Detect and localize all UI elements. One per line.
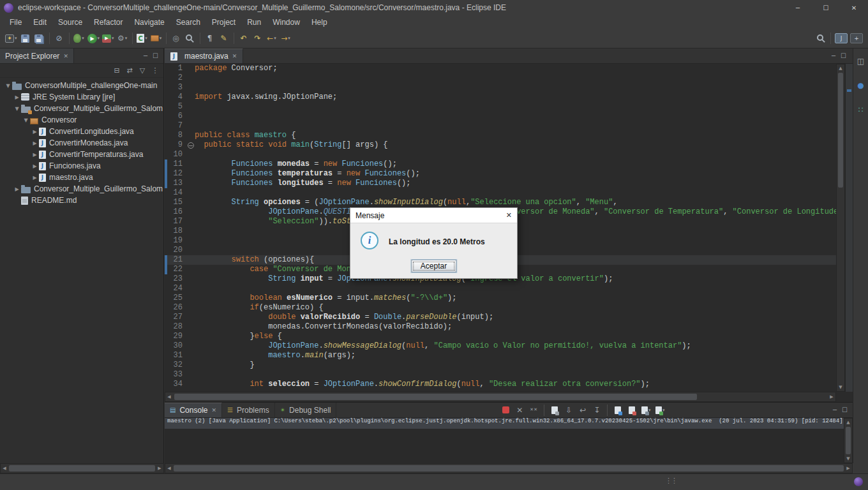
menu-window[interactable]: Window: [267, 17, 306, 28]
menu-source[interactable]: Source: [52, 17, 88, 28]
scroll-left-icon[interactable]: ◀: [165, 464, 173, 473]
minimized-welcome-view-button[interactable]: ●: [854, 78, 868, 93]
tree-item-convertirmonedas-java[interactable]: ▶JConvertirMonedas.java: [0, 137, 163, 149]
fold-marker-icon[interactable]: [186, 140, 195, 150]
save-all-button[interactable]: [33, 31, 47, 46]
minimize-window-button[interactable]: ─: [784, 0, 812, 15]
minimize-view-icon[interactable]: ─: [144, 52, 147, 59]
open-perspective-button[interactable]: +: [849, 31, 864, 46]
scroll-lock-button[interactable]: ⇩: [562, 404, 575, 417]
tab-console[interactable]: ▤Console✕: [165, 403, 222, 417]
maximize-editor-icon[interactable]: ☐: [841, 52, 846, 59]
console-output[interactable]: maestro (2) [Java Application] C:\Users\…: [165, 418, 844, 463]
editor-tab-maestro-java[interactable]: J maestro.java ✕: [165, 48, 243, 63]
view-menu-button[interactable]: ⋮: [149, 65, 161, 77]
menu-run[interactable]: Run: [241, 17, 267, 28]
scroll-left-icon[interactable]: ◀: [165, 392, 173, 401]
tab-debug-shell[interactable]: ✴Debug Shell: [275, 403, 337, 417]
overview-ruler[interactable]: [845, 64, 853, 392]
twisty-icon[interactable]: ▶: [31, 152, 39, 158]
aceptar-button[interactable]: Aceptar: [411, 260, 456, 272]
twisty-icon[interactable]: ▶: [31, 129, 39, 135]
scroll-right-icon[interactable]: ▶: [844, 464, 852, 473]
notifications-icon[interactable]: [854, 477, 863, 486]
scroll-down-icon[interactable]: ▼: [837, 383, 844, 391]
editor-vertical-scrollbar[interactable]: ▲ ▼: [836, 64, 845, 392]
tree-item-conversor-multiple-guillermo-salom[interactable]: ▶Conversor_Multiple_Guillermo_Salom: [0, 183, 163, 195]
tree-item-jre-system-library-jre-[interactable]: ▶JRE System Library [jre]: [0, 91, 163, 103]
close-editor-tab-icon[interactable]: ✕: [232, 53, 237, 59]
twisty-icon[interactable]: ▼: [22, 117, 30, 123]
skip-all-breakpoints-button[interactable]: ⊘: [52, 31, 66, 46]
scroll-right-icon[interactable]: ▶: [156, 464, 163, 473]
open-type-button[interactable]: ◎: [169, 31, 183, 46]
scroll-down-icon[interactable]: ▼: [844, 455, 852, 463]
scroll-up-icon[interactable]: ▲: [844, 419, 852, 426]
next-edit-location-button[interactable]: ↷: [251, 31, 265, 46]
scrollbar-thumb[interactable]: [9, 465, 155, 471]
maximize-view-icon[interactable]: ☐: [153, 52, 158, 59]
sidebar-horizontal-scrollbar[interactable]: ◀ ▶: [0, 463, 164, 473]
show-stdout-button[interactable]: [611, 404, 624, 417]
open-console-button[interactable]: ▾: [654, 404, 666, 417]
twisty-icon[interactable]: ▶: [13, 186, 21, 192]
close-window-button[interactable]: ✕: [840, 0, 868, 15]
menu-file[interactable]: File: [4, 17, 27, 28]
twisty-icon[interactable]: ▶: [31, 175, 39, 181]
new-java-package-button[interactable]: ▾: [149, 31, 163, 46]
tree-item-readme-md[interactable]: README.md: [0, 195, 163, 206]
quick-search-button[interactable]: [814, 31, 828, 46]
scrollbar-thumb[interactable]: [174, 465, 844, 471]
word-wrap-button[interactable]: ↩: [576, 404, 589, 417]
scrollbar-thumb[interactable]: [838, 73, 843, 188]
save-button[interactable]: [19, 31, 33, 46]
tree-item-convertirlongitudes-java[interactable]: ▶JConvertirLongitudes.java: [0, 126, 163, 137]
twisty-icon[interactable]: ▶: [13, 94, 21, 100]
collapse-all-button[interactable]: ⊟: [111, 65, 123, 77]
minimize-console-icon[interactable]: ─: [833, 406, 837, 413]
tree-item-conversor[interactable]: ▼Conversor: [0, 114, 163, 126]
console-horizontal-scrollbar[interactable]: ◀ ▶: [165, 463, 853, 473]
tab-problems[interactable]: ☰Problems: [222, 403, 275, 417]
twisty-icon[interactable]: ▼: [4, 83, 12, 89]
menu-help[interactable]: Help: [306, 17, 333, 28]
maximize-console-icon[interactable]: ☐: [842, 406, 848, 413]
restore-minimized-view-button[interactable]: ◫: [854, 54, 868, 69]
filter-button[interactable]: ▽: [137, 65, 148, 77]
menu-search[interactable]: Search: [170, 17, 206, 28]
search-button[interactable]: [183, 31, 197, 46]
menu-refactor[interactable]: Refactor: [88, 17, 128, 28]
tree-item-funciones-java[interactable]: ▶JFunciones.java: [0, 160, 163, 172]
minimize-editor-icon[interactable]: ─: [832, 52, 835, 59]
forward-button[interactable]: →▾: [279, 31, 293, 46]
coverage-button[interactable]: ▶▾: [101, 31, 116, 46]
remove-launch-button[interactable]: ✕: [513, 404, 526, 417]
status-trim-handle[interactable]: ⋮⋮: [665, 477, 677, 485]
clear-console-button[interactable]: [548, 404, 561, 417]
twisty-icon[interactable]: ▶: [31, 163, 39, 169]
menu-project[interactable]: Project: [206, 17, 241, 28]
close-tab-icon[interactable]: ✕: [211, 407, 216, 413]
twisty-icon[interactable]: ▼: [13, 106, 21, 112]
project-tree[interactable]: ▼ConversorMultiple_challengeOne-main▶JRE…: [0, 78, 163, 206]
scroll-left-icon[interactable]: ◀: [1, 464, 8, 473]
menu-edit[interactable]: Edit: [27, 17, 52, 28]
tree-item-convertirtemperaturas-java[interactable]: ▶JConvertirTemperaturas.java: [0, 149, 163, 160]
pin-console-button[interactable]: ↧: [590, 404, 603, 417]
tree-item-conversormultiple-challengeone-main[interactable]: ▼ConversorMultiple_challengeOne-main: [0, 80, 163, 91]
terminate-button[interactable]: [499, 404, 512, 417]
run-button[interactable]: ▶▾: [86, 31, 101, 46]
debug-button[interactable]: ▾: [72, 31, 86, 46]
remove-all-terminated-button[interactable]: ✕✕: [527, 404, 540, 417]
scrollbar-thumb[interactable]: [174, 394, 697, 400]
scroll-up-icon[interactable]: ▲: [837, 64, 844, 72]
java-perspective-button[interactable]: J: [834, 31, 849, 46]
project-explorer-tab[interactable]: Project Explorer ✕: [0, 48, 74, 63]
close-view-icon[interactable]: ✕: [63, 53, 68, 59]
tree-item-maestro-java[interactable]: ▶Jmaestro.java: [0, 172, 163, 183]
twisty-icon[interactable]: ▶: [31, 140, 39, 146]
new-java-class-button[interactable]: C▾: [135, 31, 149, 46]
console-vertical-scrollbar[interactable]: ▲ ▼: [844, 418, 853, 463]
last-edit-location-button[interactable]: ↶: [237, 31, 251, 46]
tree-item-conversor-multiple-guillermo-salom[interactable]: ▼Conversor_Multiple_Guillermo_Salom: [0, 103, 163, 114]
